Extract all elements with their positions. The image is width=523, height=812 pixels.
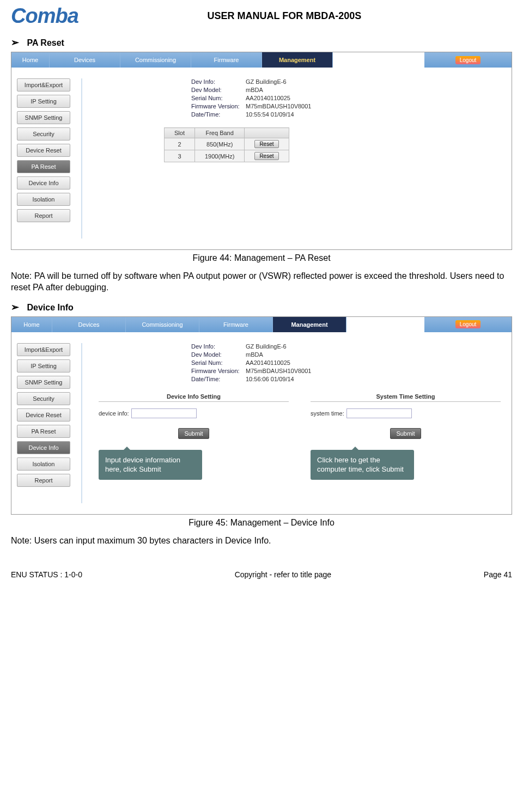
header-title: USER MANUAL FOR MBDA-200S	[57, 10, 512, 22]
sidebar-item-pa-reset[interactable]: PA Reset	[17, 425, 70, 438]
serial-value: AA20140110025	[246, 359, 290, 366]
devmodel-value: mBDA	[246, 351, 263, 358]
page-header: Comba USER MANUAL FOR MBDA-200S	[0, 0, 523, 30]
devmodel-label: Dev Model:	[191, 87, 246, 93]
nav-commissioning[interactable]: Commissioning	[126, 317, 199, 332]
system-time-label: system time:	[311, 410, 344, 417]
datetime-value: 10:56:06 01/09/14	[246, 376, 294, 382]
sidebar: Import&Export IP Setting SNMP Setting Se…	[17, 343, 82, 503]
footer-center: Copyright - refer to title page	[235, 570, 331, 579]
figure-44-screenshot: Home Devices Commissioning Firmware Mana…	[11, 52, 512, 250]
sidebar-item-pa-reset[interactable]: PA Reset	[17, 160, 70, 173]
section-title: Device Info	[27, 303, 73, 312]
datetime-value: 10:55:54 01/09/14	[246, 111, 294, 118]
devmodel-label: Dev Model:	[191, 351, 246, 358]
logout-button[interactable]: Logout	[455, 320, 481, 328]
serial-label: Serial Num:	[191, 359, 246, 366]
figure-44-caption: Figure 44: Management – PA Reset	[11, 253, 512, 263]
callout-device-info: Input device information here, click Sub…	[99, 450, 202, 480]
footer-left: ENU STATUS : 1-0-0	[11, 570, 82, 579]
sidebar-item-ip-setting[interactable]: IP Setting	[17, 359, 70, 373]
section-pa-reset: ➢ PA Reset	[11, 36, 512, 48]
sidebar-item-security[interactable]: Security	[17, 392, 70, 405]
footer-right: Page 41	[484, 570, 512, 579]
system-time-setting-panel: System Time Setting system time: Submit …	[311, 393, 501, 480]
figure-45-screenshot: Home Devices Commissioning Firmware Mana…	[11, 316, 512, 515]
device-info-setting-panel: Device Info Setting device info: Submit …	[99, 393, 289, 480]
fw-label: Firmware Version:	[191, 103, 246, 109]
reset-table: Slot Freq Band 2 850(MHz) Reset 3 1900(M…	[164, 127, 289, 162]
nav-devices[interactable]: Devices	[52, 317, 126, 332]
top-nav: Home Devices Commissioning Firmware Mana…	[11, 52, 512, 68]
sidebar-item-import-export[interactable]: Import&Export	[17, 78, 70, 91]
panel-title: System Time Setting	[311, 393, 501, 402]
device-info-panel: Dev Info:GZ BuildingE-6 Dev Model:mBDA S…	[93, 343, 506, 503]
nav-firmware[interactable]: Firmware	[191, 52, 262, 68]
table-row: 2 850(MHz) Reset	[165, 138, 289, 150]
serial-value: AA20140110025	[246, 95, 290, 101]
section-device-info: ➢ Device Info	[11, 301, 512, 313]
datetime-label: Date/Time:	[191, 111, 246, 118]
nav-home[interactable]: Home	[11, 317, 52, 332]
nav-logout-area: Logout	[424, 52, 512, 68]
th-action	[245, 128, 289, 138]
note-pa-reset: Note: PA will be turned off by software …	[11, 271, 512, 294]
devinfo-value: GZ BuildingE-6	[246, 78, 287, 85]
nav-home[interactable]: Home	[11, 52, 50, 68]
device-info-input[interactable]	[131, 408, 197, 418]
nav-commissioning[interactable]: Commissioning	[120, 52, 191, 68]
nav-management[interactable]: Management	[262, 52, 333, 68]
arrow-icon: ➢	[11, 302, 19, 313]
section-title: PA Reset	[27, 38, 64, 47]
submit-button[interactable]: Submit	[178, 428, 209, 439]
table-row: 3 1900(MHz) Reset	[165, 150, 289, 162]
nav-management[interactable]: Management	[273, 317, 346, 332]
th-freq: Freq Band	[194, 128, 244, 138]
arrow-icon: ➢	[11, 37, 19, 48]
callout-system-time: Click here to get the computer time, cli…	[311, 450, 414, 480]
devinfo-label: Dev Info:	[191, 78, 246, 85]
sidebar-item-device-reset[interactable]: Device Reset	[17, 144, 70, 157]
sidebar-item-device-info[interactable]: Device Info	[17, 441, 70, 454]
cell-freq: 850(MHz)	[194, 138, 244, 150]
cell-slot: 3	[165, 150, 195, 162]
th-slot: Slot	[165, 128, 195, 138]
sidebar-item-isolation[interactable]: Isolation	[17, 193, 70, 206]
sidebar-item-snmp-setting[interactable]: SNMP Setting	[17, 111, 70, 124]
page-footer: ENU STATUS : 1-0-0 Copyright - refer to …	[0, 554, 523, 584]
sidebar-item-report[interactable]: Report	[17, 474, 70, 487]
figure-45-caption: Figure 45: Management – Device Info	[11, 518, 512, 528]
fw-value: M75mBDAUSH10V8001	[246, 103, 311, 109]
sidebar-item-device-info[interactable]: Device Info	[17, 176, 70, 190]
nav-devices[interactable]: Devices	[50, 52, 120, 68]
reset-button[interactable]: Reset	[254, 152, 278, 160]
devinfo-label: Dev Info:	[191, 343, 246, 350]
datetime-label: Date/Time:	[191, 376, 246, 382]
sidebar-item-snmp-setting[interactable]: SNMP Setting	[17, 376, 70, 389]
note-device-info: Note: Users can input maximum 30 bytes c…	[11, 535, 512, 547]
nav-logout-area: Logout	[424, 317, 512, 332]
panel-title: Device Info Setting	[99, 393, 289, 402]
fw-value: M75mBDAUSH10V8001	[246, 368, 311, 374]
sidebar: Import&Export IP Setting SNMP Setting Se…	[17, 78, 82, 239]
sidebar-item-security[interactable]: Security	[17, 127, 70, 141]
reset-button[interactable]: Reset	[254, 140, 278, 148]
fw-label: Firmware Version:	[191, 368, 246, 374]
nav-firmware[interactable]: Firmware	[199, 317, 273, 332]
sidebar-item-ip-setting[interactable]: IP Setting	[17, 95, 70, 108]
cell-freq: 1900(MHz)	[194, 150, 244, 162]
sidebar-item-import-export[interactable]: Import&Export	[17, 343, 70, 356]
system-time-input[interactable]	[346, 408, 412, 418]
cell-slot: 2	[165, 138, 195, 150]
submit-button[interactable]: Submit	[390, 428, 421, 439]
logout-button[interactable]: Logout	[455, 56, 481, 64]
sidebar-item-device-reset[interactable]: Device Reset	[17, 408, 70, 422]
devmodel-value: mBDA	[246, 87, 263, 93]
sidebar-item-isolation[interactable]: Isolation	[17, 457, 70, 471]
sidebar-item-report[interactable]: Report	[17, 209, 70, 222]
device-info-label: device info:	[99, 410, 129, 417]
devinfo-value: GZ BuildingE-6	[246, 343, 287, 350]
pa-reset-panel: Dev Info:GZ BuildingE-6 Dev Model:mBDA S…	[93, 78, 506, 239]
serial-label: Serial Num:	[191, 95, 246, 101]
top-nav: Home Devices Commissioning Firmware Mana…	[11, 317, 512, 332]
